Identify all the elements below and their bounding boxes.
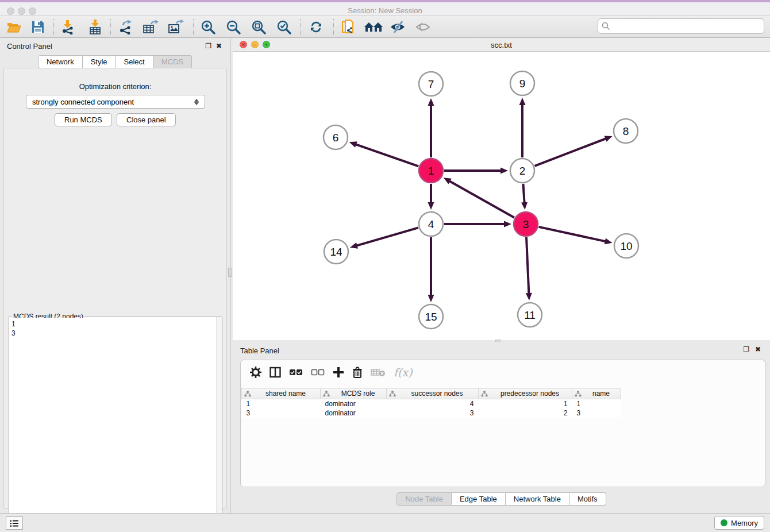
close-panel-button[interactable]: Close panel	[117, 113, 176, 126]
table-cell[interactable]: 1	[242, 399, 321, 408]
table-cell[interactable]: 2	[479, 408, 572, 418]
show-all-button[interactable]	[413, 18, 433, 36]
table-settings-gear-icon[interactable]	[250, 367, 261, 378]
export-network-button[interactable]	[115, 18, 136, 36]
table-cell[interactable]: 4	[387, 399, 479, 408]
control-panel-title: Control Panel	[7, 42, 52, 51]
column-header-shared-name[interactable]: shared name	[242, 388, 321, 399]
task-history-button[interactable]	[6, 516, 23, 530]
edge-2-8[interactable]	[534, 138, 606, 166]
show-columns-icon[interactable]	[270, 367, 281, 378]
save-session-button[interactable]	[28, 18, 48, 36]
first-neighbors-button[interactable]	[363, 18, 384, 36]
select-all-icon[interactable]	[289, 368, 303, 377]
zoom-selected-icon	[276, 20, 291, 34]
zoom-selected-button[interactable]	[274, 18, 294, 36]
table-row[interactable]: 3dominator323	[242, 408, 621, 418]
search-icon	[602, 22, 610, 30]
graph-node-label-2: 2	[519, 165, 526, 177]
delete-column-trash-icon[interactable]	[352, 367, 363, 379]
export-image-button[interactable]	[165, 18, 186, 36]
edge-arrowhead	[605, 136, 613, 141]
table-panel: Table Panel ❐ ✖	[233, 342, 770, 513]
column-header-predecessor-nodes[interactable]: predecessor nodes	[479, 388, 572, 399]
tab-network-table[interactable]: Network Table	[506, 492, 569, 506]
node-table-body[interactable]: 1dominator4113dominator323	[242, 399, 621, 418]
refresh-icon	[309, 20, 323, 34]
edge-3-10[interactable]	[538, 227, 606, 241]
tab-mcds[interactable]: MCDS	[153, 55, 192, 68]
optimization-criterion-value: strongly connected component	[26, 98, 192, 106]
table-panel-title: Table Panel	[240, 346, 279, 355]
mcds-result-item[interactable]: 1	[11, 319, 214, 329]
edge-3-11[interactable]	[526, 237, 529, 294]
edge-arrowhead	[500, 168, 508, 174]
tab-edge-table[interactable]: Edge Table	[452, 492, 506, 506]
table-cell[interactable]: 3	[242, 408, 321, 418]
export-table-button[interactable]	[140, 18, 161, 36]
zoom-in-button[interactable]	[198, 18, 218, 36]
column-header-MCDS-role[interactable]: MCDS role	[321, 388, 387, 399]
export-network-icon	[118, 20, 133, 34]
graph-node-label-3: 3	[523, 218, 529, 230]
edge-arrowhead	[428, 98, 434, 106]
edge-2-3[interactable]	[523, 184, 524, 203]
table-toolbar: f(x)	[241, 360, 765, 384]
network-graph-canvas[interactable]: 7968124314101511	[233, 52, 770, 340]
zoom-out-icon	[226, 20, 241, 34]
search-input[interactable]	[610, 21, 764, 32]
deselect-all-icon[interactable]	[311, 368, 325, 377]
hide-selected-button[interactable]	[387, 18, 408, 36]
open-session-button[interactable]	[3, 18, 24, 36]
mcds-result-group: MCDS result (2 nodes) 13	[9, 317, 222, 532]
mcds-result-item[interactable]: 3	[11, 329, 214, 338]
graph-node-label-6: 6	[333, 132, 339, 144]
column-header-successor-nodes[interactable]: successor nodes	[387, 388, 479, 399]
node-table-header[interactable]: shared nameMCDS rolesuccessor nodesprede…	[242, 388, 621, 399]
table-cell[interactable]: 1	[572, 399, 621, 408]
tab-node-table[interactable]: Node Table	[396, 492, 452, 506]
memory-button[interactable]: Memory	[714, 516, 764, 530]
table-cell[interactable]: 3	[387, 408, 479, 418]
run-mcds-button[interactable]: Run MCDS	[55, 113, 112, 126]
add-column-icon[interactable]	[333, 367, 344, 378]
tab-style[interactable]: Style	[83, 55, 116, 68]
column-type-icon	[323, 391, 330, 397]
tab-select[interactable]: Select	[116, 55, 153, 68]
graph-node-label-14: 14	[330, 246, 342, 258]
import-table-button[interactable]	[85, 18, 106, 36]
column-header-name[interactable]: name	[572, 388, 621, 399]
apply-layout-button[interactable]	[306, 18, 326, 36]
import-network-button[interactable]	[57, 18, 78, 36]
edge-1-6[interactable]	[355, 144, 418, 167]
node-attribute-table[interactable]: shared nameMCDS rolesuccessor nodesprede…	[241, 388, 621, 418]
network-window-titlebar[interactable]: ✕ − + scc.txt	[233, 38, 770, 52]
graph-node-label-11: 11	[524, 309, 536, 321]
table-cell[interactable]: 1	[479, 399, 572, 408]
table-cell[interactable]: dominator	[321, 399, 387, 408]
table-cell[interactable]: dominator	[321, 408, 387, 418]
edge-3-1[interactable]	[449, 181, 514, 218]
network-window-title: scc.txt	[233, 41, 770, 49]
zoom-out-button[interactable]	[223, 18, 244, 36]
edge-4-14[interactable]	[356, 228, 418, 246]
mcds-result-list[interactable]: 13	[10, 318, 216, 531]
tab-motifs[interactable]: Motifs	[569, 492, 606, 506]
graph-node-label-8: 8	[623, 125, 629, 137]
select-stepper-icon	[192, 99, 201, 105]
table-cell[interactable]: 3	[572, 408, 621, 418]
new-network-from-selection-button[interactable]	[338, 18, 359, 36]
table-close-icon[interactable]: ✖	[755, 345, 761, 353]
tab-network[interactable]: Network	[38, 55, 83, 68]
close-panel-icon[interactable]: ✖	[216, 42, 222, 50]
table-panel-tabs: Node TableEdge TableNetwork TableMotifs	[233, 492, 770, 506]
open-folder-icon	[6, 21, 21, 33]
float-panel-icon[interactable]: ❐	[205, 42, 211, 50]
optimization-criterion-select[interactable]: strongly connected component	[26, 95, 205, 109]
vertical-splitter-grip[interactable]	[228, 268, 232, 277]
table-row[interactable]: 1dominator411	[242, 399, 621, 408]
table-float-icon[interactable]: ❐	[743, 345, 749, 353]
result-scrollbar[interactable]	[216, 317, 222, 531]
zoom-fit-button[interactable]	[248, 18, 269, 36]
edge-arrowhead	[526, 293, 532, 300]
